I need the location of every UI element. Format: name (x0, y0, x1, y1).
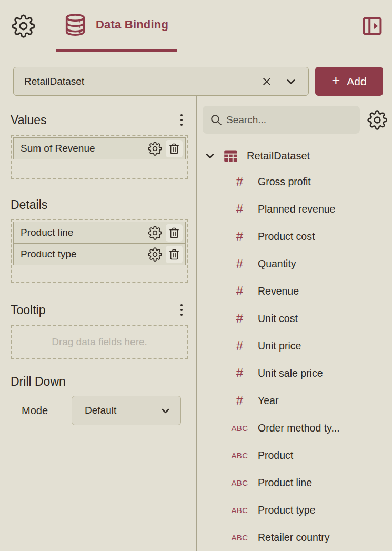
tab-data-binding[interactable]: Data Binding (56, 0, 177, 52)
tree-field-row[interactable]: # Quantity (203, 250, 388, 277)
field-wells-column: Values Sum of Revenue (0, 96, 196, 551)
chip-settings-button[interactable] (146, 246, 163, 263)
tree-field-row[interactable]: # Planned revenue (203, 195, 388, 223)
tree-field-row[interactable]: # Gross profit (203, 168, 388, 195)
tree-field-row[interactable]: ABC Product type (203, 496, 388, 524)
tree-field-row[interactable]: # Product cost (203, 223, 388, 250)
gear-icon (148, 226, 162, 240)
tree-root-label: RetailDataset (247, 150, 310, 162)
mode-selected-value: Default (85, 405, 159, 416)
field-type-icon: ABC (227, 533, 252, 542)
search-row (203, 106, 388, 134)
dataset-dropdown-button[interactable] (283, 74, 299, 89)
chevron-down-icon (159, 405, 172, 417)
tree-field-row[interactable]: # Unit price (203, 332, 388, 359)
panel-settings-button[interactable] (11, 14, 35, 38)
clear-icon (262, 76, 272, 87)
drilldown-title: Drill Down (11, 375, 66, 389)
field-type-icon: # (227, 311, 252, 326)
field-label: Unit cost (258, 313, 298, 325)
dataset-row: RetailDataset + Add (13, 67, 383, 96)
add-button-label: Add (347, 75, 366, 88)
values-section-header: Values (11, 112, 188, 128)
details-title: Details (11, 198, 47, 212)
field-label: Planned revenue (258, 203, 335, 215)
field-label: Gross profit (258, 176, 311, 188)
dataset-combobox[interactable]: RetailDataset (13, 67, 309, 96)
tree-field-list: # Gross profit # Planned revenue # Produ… (203, 168, 388, 551)
field-label: Product line (258, 477, 312, 489)
field-label: Product type (258, 504, 315, 516)
drilldown-section-header: Drill Down (11, 375, 188, 389)
tree-field-row[interactable]: # Unit sale price (203, 359, 388, 387)
chip-settings-button[interactable] (146, 224, 163, 241)
trash-icon (168, 248, 180, 261)
values-menu-button[interactable] (175, 112, 188, 128)
add-dataset-button[interactable]: + Add (315, 67, 383, 96)
tab-label: Data Binding (96, 18, 168, 32)
tooltip-title: Tooltip (11, 303, 45, 317)
drilldown-mode-row: Mode Default (11, 396, 188, 425)
field-type-icon: # (227, 284, 252, 298)
field-chip[interactable]: Product type (13, 243, 186, 265)
chip-settings-button[interactable] (146, 140, 163, 157)
field-chip[interactable]: Sum of Revenue (13, 137, 186, 159)
trash-icon (168, 226, 180, 239)
field-type-icon: # (227, 202, 252, 216)
tree-field-row[interactable]: # Unit cost (203, 305, 388, 332)
table-icon (223, 148, 239, 164)
panel-body: Values Sum of Revenue (0, 96, 392, 551)
field-label: Retailer country (258, 532, 330, 544)
tree-field-row[interactable]: ABC Product line (203, 469, 388, 496)
dataset-selected-value: RetailDataset (24, 76, 259, 87)
field-type-icon: # (227, 229, 252, 244)
field-type-icon: ABC (227, 506, 252, 515)
tree-field-row[interactable]: # Year (203, 387, 388, 414)
field-label: Quantity (258, 258, 296, 270)
field-label: Unit sale price (258, 367, 323, 379)
plus-icon: + (331, 74, 340, 88)
chevron-down-icon[interactable] (204, 149, 216, 162)
field-type-icon: ABC (227, 451, 252, 460)
tooltip-dropzone[interactable]: Drag data fields here. (11, 325, 188, 359)
kebab-icon (180, 304, 183, 307)
details-section-header: Details (11, 198, 188, 212)
chip-remove-button[interactable] (166, 140, 183, 157)
clear-dataset-button[interactable] (259, 74, 275, 89)
field-type-icon: # (227, 256, 252, 271)
tree-field-row[interactable]: ABC Product (203, 442, 388, 469)
tree-field-row[interactable]: ABC Retailer country (203, 524, 388, 551)
search-input[interactable] (203, 106, 360, 134)
dropzone-placeholder: Drag data fields here. (52, 336, 147, 348)
field-label: Product (258, 449, 293, 462)
field-type-icon: # (227, 393, 252, 408)
chip-remove-button[interactable] (166, 224, 183, 242)
details-dropzone[interactable]: Product line Product type (11, 219, 188, 283)
tree-settings-button[interactable] (367, 109, 388, 131)
panel-header: Data Binding (0, 0, 392, 52)
chip-remove-button[interactable] (166, 246, 183, 263)
field-chip[interactable]: Product line (13, 222, 186, 244)
field-tree-column: RetailDataset # Gross profit # Planned r… (196, 96, 392, 551)
field-label: Order method ty... (258, 422, 340, 434)
tree-field-row[interactable]: # Revenue (203, 277, 388, 305)
mode-label: Mode (22, 405, 48, 417)
field-label: Product cost (258, 231, 315, 243)
chip-label: Sum of Revenue (21, 143, 146, 154)
field-label: Year (258, 395, 278, 407)
kebab-icon (180, 114, 183, 117)
field-label: Revenue (258, 285, 299, 297)
values-dropzone[interactable]: Sum of Revenue (11, 135, 188, 179)
collapse-panel-button[interactable] (360, 14, 384, 38)
field-type-icon: ABC (227, 478, 252, 487)
data-binding-panel: Data Binding RetailDataset + Add (0, 0, 392, 551)
tooltip-menu-button[interactable] (175, 302, 188, 318)
database-icon (63, 12, 87, 37)
gear-icon (148, 247, 162, 262)
tree-field-row[interactable]: ABC Order method ty... (203, 414, 388, 442)
mode-select[interactable]: Default (72, 396, 181, 425)
tree-root-dataset[interactable]: RetailDataset (203, 146, 388, 166)
gear-icon (148, 142, 162, 156)
trash-icon (168, 142, 180, 155)
gear-icon (367, 110, 387, 130)
